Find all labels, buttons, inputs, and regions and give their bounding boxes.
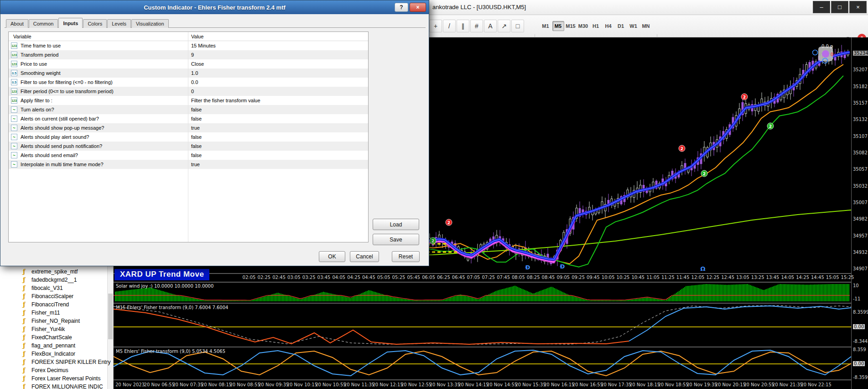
trend-label: XARD UP Trend Move — [114, 269, 209, 280]
time-label: 05:45 — [407, 275, 420, 280]
maximize-button[interactable]: □ — [831, 1, 848, 13]
navigator-item[interactable]: ƒFlexBox_Indicator — [0, 350, 113, 358]
date-label: 20 Nov 12:15 — [372, 382, 403, 387]
input-value[interactable]: 15 Minutes — [191, 43, 216, 48]
indicator-scale-label: 8.359 — [853, 347, 866, 352]
timeframe-button-h1[interactable]: H1 — [590, 21, 602, 31]
timeframe-button-m5[interactable]: M5 — [552, 21, 564, 31]
panel-separator[interactable] — [114, 273, 868, 274]
navigator-item-label: FOREEX SNIPER KILLER Entry — [31, 359, 110, 365]
num-type-icon: 123 — [11, 61, 17, 67]
time-label: 02:45 — [272, 275, 286, 280]
tab-inputs[interactable]: Inputs — [58, 18, 83, 28]
input-value[interactable]: Close — [191, 61, 204, 67]
tab-colors[interactable]: Colors — [83, 19, 107, 28]
input-value[interactable]: 0.0 — [191, 79, 198, 85]
input-value[interactable]: false — [191, 116, 202, 121]
date-label: 20 Nov 10:55 — [315, 382, 346, 387]
navigator-item[interactable]: ƒflag_and_pennant — [0, 342, 113, 350]
tab-common[interactable]: Common — [29, 19, 58, 28]
svg-text:Ð: Ð — [560, 263, 565, 270]
date-label: 20 Nov 20:55 — [743, 382, 774, 387]
indicator-scale-label: 10 — [853, 283, 859, 288]
indicator-icon: ƒ — [23, 326, 26, 332]
dbl-type-icon: 0.5 — [11, 79, 17, 85]
timeframe-button-m30[interactable]: M30 — [577, 21, 589, 31]
input-variable: Transform period — [21, 52, 58, 58]
input-value[interactable]: Filter the fisher transform value — [191, 98, 260, 103]
timeframe-button-d1[interactable]: D1 — [615, 21, 627, 31]
timeframe-button-w1[interactable]: W1 — [628, 21, 639, 31]
input-value[interactable]: 9 — [191, 52, 194, 58]
input-value[interactable]: false — [191, 134, 202, 140]
num-type-icon: 123 — [11, 97, 17, 104]
time-label: 15:05 — [826, 275, 839, 280]
date-label: 20 Nov 16:15 — [544, 382, 574, 387]
input-variable: Alerts should send push notification? — [21, 143, 102, 149]
svg-text:2: 2 — [769, 124, 772, 129]
navigator-item[interactable]: ƒFibonacciTrend — [0, 300, 113, 309]
tab-about[interactable]: About — [6, 19, 28, 28]
time-label: 07:45 — [497, 275, 510, 280]
navigator-item[interactable]: ƒextreme_spike_mtf — [0, 268, 113, 276]
price-label: 34932 — [853, 250, 868, 255]
navigator-item[interactable]: ƒForex Laser Reversal Points — [0, 374, 113, 383]
input-value[interactable]: true — [191, 125, 200, 131]
timeframe-button-m1[interactable]: M1 — [540, 21, 551, 31]
save-button[interactable]: Save — [373, 234, 419, 245]
time-label: 14:05 — [781, 275, 794, 280]
date-label: 20 Nov 2023 — [115, 382, 145, 387]
navigator-item-label: extreme_spike_mtf — [31, 268, 78, 275]
solar-wind-panel[interactable] — [114, 283, 851, 303]
date-label: 20 Nov 13:35 — [430, 382, 460, 387]
input-value[interactable]: 1.0 — [191, 70, 198, 76]
navigator-item[interactable]: ƒfadedbckgrnd2__1 — [0, 276, 113, 284]
date-label: 20 Nov 22:15 — [800, 382, 831, 387]
ok-button[interactable]: OK — [319, 251, 345, 262]
input-row: 0.5Filter to use for filtering (<=0 - no… — [9, 78, 368, 87]
panel-separator[interactable] — [114, 379, 868, 380]
timeframe-button-mn[interactable]: MN — [640, 21, 652, 31]
timeframe-button-h4[interactable]: H4 — [603, 21, 614, 31]
dialog-close-button[interactable]: × — [410, 3, 426, 12]
dialog-help-button[interactable]: ? — [395, 3, 408, 12]
price-axis[interactable] — [851, 37, 868, 389]
navigator-item[interactable]: ƒFOREX MILLIONAIRE INDIC — [0, 383, 113, 389]
indicator-icon: ƒ — [23, 367, 26, 373]
window-close-button[interactable]: × — [849, 1, 867, 13]
navigator-item[interactable]: ƒFisher_Yur4ik — [0, 325, 113, 333]
input-value[interactable]: false — [191, 107, 202, 112]
m15-fisher-panel[interactable] — [114, 304, 851, 347]
date-label: 20 Nov 19:35 — [686, 382, 717, 387]
price-label: 35082 — [853, 150, 868, 155]
time-label: 05:05 — [377, 275, 390, 280]
timeframe-button-m15[interactable]: M15 — [565, 21, 577, 31]
input-row: 123Time frame to use15 Minutes — [9, 41, 368, 50]
date-label: 20 Nov 14:55 — [487, 382, 517, 387]
num-type-icon: 123 — [11, 88, 17, 95]
tab-levels[interactable]: Levels — [107, 19, 131, 28]
navigator-item[interactable]: ƒFixedChartScale — [0, 333, 113, 342]
time-label: 15:25 — [841, 275, 854, 280]
tab-visualization[interactable]: Visualization — [131, 19, 169, 28]
time-label: 04:05 — [332, 275, 345, 280]
navigator-item-label: FibonacciScalper — [31, 293, 73, 300]
input-value[interactable]: false — [191, 152, 202, 158]
indicator-icon: ƒ — [23, 383, 26, 389]
navigator-item[interactable]: ƒfibocalc_V31 — [0, 284, 113, 292]
input-row: 0.5Smoothing weight1.0 — [9, 68, 368, 78]
m5-fisher-label: M5 Ehlers' Fisher transform (9,0) 5.0534… — [116, 349, 225, 354]
navigator-item[interactable]: ƒFisher_m11 — [0, 309, 113, 317]
navigator-item[interactable]: ƒFibonacciScalper — [0, 292, 113, 300]
navigator-item[interactable]: ƒFisher_NO_Repaint — [0, 317, 113, 325]
reset-button[interactable]: Reset — [392, 251, 420, 262]
load-button[interactable]: Load — [373, 219, 419, 230]
input-value[interactable]: false — [191, 143, 202, 149]
input-value[interactable]: true — [191, 162, 200, 167]
dialog-titlebar[interactable]: Custom Indicator - Ehlers Fisher transfo… — [0, 0, 429, 14]
minimize-button[interactable]: – — [813, 1, 830, 13]
cancel-button[interactable]: Cancel — [350, 251, 379, 262]
input-value[interactable]: 0 — [191, 89, 194, 94]
navigator-item[interactable]: ƒFOREEX SNIPER KILLER Entry — [0, 358, 113, 366]
navigator-item[interactable]: ƒForex Decimus — [0, 366, 113, 374]
